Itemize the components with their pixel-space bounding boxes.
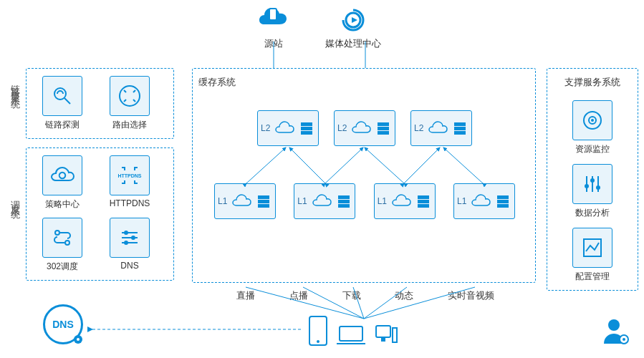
svg-rect-21 — [454, 122, 466, 126]
svg-rect-28 — [338, 200, 350, 203]
cloud-icon — [391, 194, 411, 208]
service-rtc: 实时音视频 — [448, 289, 494, 302]
cache-label: L1 — [297, 196, 307, 206]
cache-label: L1 — [378, 196, 387, 206]
l1-row: L1 L1 L1 L1 — [214, 183, 515, 219]
svg-rect-26 — [258, 204, 269, 208]
svg-rect-23 — [454, 131, 466, 135]
tile-label: 资源监控 — [575, 143, 610, 155]
cache-label: L1 — [457, 196, 466, 206]
tile-label: 链路探测 — [45, 119, 80, 131]
svg-line-37 — [289, 147, 325, 183]
schedule-group: 策略中心 HTTPDNS HTTPDNS 302调度 DNS — [26, 147, 174, 281]
svg-line-39 — [365, 147, 404, 183]
cache-label: L2 — [414, 123, 423, 133]
gear-icon — [72, 334, 84, 345]
service-vod: 点播 — [289, 289, 308, 302]
cloud-icon — [471, 194, 491, 208]
support-system-box: 支撑服务系统 资源监控 数据分析 配置管理 — [547, 68, 638, 291]
svg-point-65 — [77, 338, 80, 341]
origin-label: 源站 — [264, 37, 283, 50]
media-center-node: 媒体处理中心 — [325, 6, 381, 50]
cloud-icon — [231, 194, 251, 208]
dns-icon — [110, 218, 150, 258]
cache-l1-node: L1 — [374, 183, 436, 219]
service-dynamic: 动态 — [395, 289, 413, 302]
tile-label: DNS — [120, 261, 138, 271]
services-row: 直播 点播 下载 动态 实时音视频 — [236, 289, 494, 302]
media-refresh-icon — [337, 6, 369, 34]
httpdns-icon: HTTPDNS — [110, 155, 150, 195]
svg-point-61 — [590, 178, 595, 183]
svg-rect-19 — [378, 127, 389, 130]
admin-user — [600, 315, 631, 349]
cache-l1-node: L1 — [214, 183, 276, 219]
desktop-icon — [374, 324, 398, 347]
svg-rect-35 — [497, 204, 509, 208]
cache-system-box: 缓存系统 L2 L2 L2 L1 L1 L1 L1 — [192, 68, 536, 283]
link-detect-icon — [42, 76, 82, 116]
svg-point-48 — [317, 340, 319, 343]
laptop-icon — [335, 324, 367, 347]
link-quality-group: 链路探测 路由选择 — [26, 68, 174, 139]
tile-strategy-center: 策略中心 — [32, 155, 92, 211]
svg-line-36 — [246, 147, 286, 183]
tile-label: 路由选择 — [112, 119, 147, 131]
server-icon — [495, 193, 511, 209]
tile-label: 302调度 — [47, 261, 78, 273]
tile-label: HTTPDNS — [110, 198, 150, 208]
tile-302-sched: 302调度 — [32, 218, 92, 273]
svg-rect-17 — [301, 131, 312, 135]
svg-rect-22 — [454, 127, 466, 130]
svg-point-13 — [131, 236, 135, 240]
svg-rect-53 — [393, 328, 397, 342]
service-live: 直播 — [236, 289, 255, 302]
svg-point-69 — [623, 338, 625, 341]
dns-node: DNS — [43, 304, 83, 344]
cache-l1-node: L1 — [294, 183, 355, 219]
l2-row: L2 L2 L2 — [257, 110, 472, 146]
tile-label: 配置管理 — [575, 271, 610, 283]
data-analysis-icon — [572, 164, 612, 204]
svg-rect-30 — [418, 195, 429, 199]
cloud-icon — [428, 121, 448, 135]
tile-dns: DNS — [100, 218, 160, 273]
svg-rect-33 — [497, 195, 509, 199]
server-icon — [336, 193, 352, 209]
server-icon — [375, 120, 391, 136]
tile-config-manage: 配置管理 — [562, 228, 623, 283]
svg-rect-0 — [269, 9, 277, 20]
client-devices — [308, 315, 398, 347]
server-cloud-icon — [258, 6, 289, 34]
cloud-icon — [351, 121, 371, 135]
strategy-center-icon — [42, 155, 82, 195]
server-icon — [415, 193, 431, 209]
cloud-icon — [312, 194, 332, 208]
svg-rect-32 — [418, 204, 429, 208]
tile-link-detect: 链路探测 — [32, 76, 92, 131]
dns-text: DNS — [52, 319, 74, 330]
service-download: 下载 — [342, 289, 361, 302]
svg-line-4 — [64, 98, 70, 104]
config-manage-icon — [572, 228, 612, 268]
phone-icon — [308, 315, 328, 347]
tile-label: 策略中心 — [45, 198, 80, 211]
media-center-label: 媒体处理中心 — [325, 37, 381, 50]
svg-point-8 — [65, 241, 69, 245]
svg-point-12 — [124, 231, 128, 235]
svg-rect-27 — [338, 195, 350, 199]
server-icon — [452, 120, 468, 136]
tile-route-select: 路由选择 — [100, 76, 160, 131]
svg-point-67 — [608, 319, 620, 331]
dns-to-device-arrow — [86, 322, 308, 337]
server-icon — [299, 120, 314, 136]
cloud-icon — [274, 121, 294, 135]
tile-resource-monitor: 资源监控 — [562, 100, 623, 155]
svg-rect-49 — [340, 326, 362, 341]
svg-rect-18 — [378, 122, 389, 126]
svg-rect-25 — [258, 200, 269, 203]
svg-line-38 — [325, 147, 363, 183]
svg-point-60 — [585, 184, 589, 188]
svg-point-5 — [120, 86, 140, 106]
dns-circle-icon: DNS — [43, 304, 83, 344]
